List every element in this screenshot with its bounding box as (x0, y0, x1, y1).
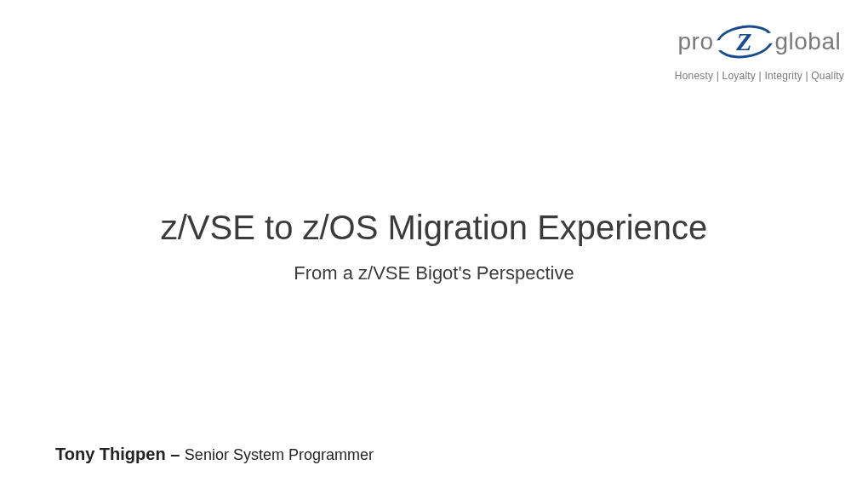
logo-global-text: global (775, 28, 842, 55)
author-role: Senior System Programmer (185, 446, 374, 463)
logo-main: pro Z global (675, 24, 844, 60)
logo-area: pro Z global Honesty | Loyalty | Integri… (675, 24, 844, 82)
logo-z-letter: Z (736, 27, 751, 56)
logo-tagline: Honesty | Loyalty | Integrity | Quality (675, 70, 844, 82)
title-block: z/VSE to z/OS Migration Experience From … (0, 209, 868, 284)
author-name: Tony Thigpen (55, 445, 166, 463)
author-separator: – (166, 445, 185, 463)
logo-z-icon: Z (716, 24, 774, 60)
page-title: z/VSE to z/OS Migration Experience (0, 209, 868, 247)
logo-pro-text: pro (678, 28, 714, 55)
author-block: Tony Thigpen – Senior System Programmer (55, 445, 374, 464)
page-subtitle: From a z/VSE Bigot's Perspective (0, 262, 868, 284)
